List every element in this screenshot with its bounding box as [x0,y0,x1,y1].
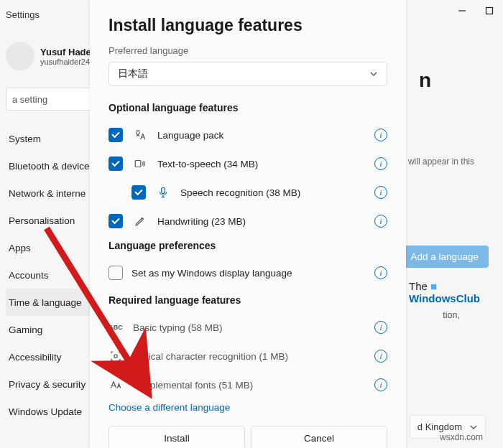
required-label: Supplemental fonts (51 MB) [133,380,364,391]
windowsclub-logo: The ■ WindowsClub [409,280,480,304]
required-label: Optical character recognition (1 MB) [133,351,364,362]
info-icon[interactable]: i [374,215,387,228]
info-icon[interactable]: i [374,129,387,141]
feature-row-speech: Speech recognition (38 MB) i [109,181,387,204]
info-icon[interactable]: i [374,186,387,199]
svg-rect-3 [162,187,165,193]
page-title-fragment: n [419,69,431,92]
info-icon[interactable]: i [374,266,387,279]
choose-different-language-link[interactable]: Choose a different language [109,402,387,413]
abc-icon: ABC [109,320,123,335]
handwriting-icon [133,214,147,228]
dialog-title: Install language features [109,16,387,35]
required-row-ocr: Optical character recognition (1 MB) i [109,345,387,368]
feature-row-handwriting: Handwriting (23 MB) i [109,210,387,233]
optional-features-heading: Optional language features [109,102,387,113]
ocr-icon [109,349,123,363]
tts-icon [133,157,147,171]
fonts-icon [109,378,123,392]
feature-label: Speech recognition (38 MB) [180,187,364,198]
feature-label: Handwriting (23 MB) [157,216,364,227]
required-features-heading: Required language features [109,294,387,306]
feature-label: Text-to-speech (34 MB) [157,159,364,169]
pref-row-display-language: Set as my Windows display language i [109,261,387,284]
info-icon[interactable]: i [374,321,387,334]
feature-row-language-pack: Language pack i [109,123,387,146]
svg-rect-1 [486,8,493,14]
checkbox-tts[interactable] [109,157,123,171]
preferred-language-select[interactable]: 日本語 [109,62,387,86]
info-icon[interactable]: i [374,157,387,170]
svg-rect-2 [135,161,141,167]
info-icon[interactable]: i [374,378,387,391]
language-preferences-heading: Language preferences [109,240,387,251]
microphone-icon [156,185,170,200]
checkbox-speech[interactable] [131,185,146,200]
feature-label: Language pack [157,130,364,141]
maximize-icon[interactable] [484,6,494,16]
minimize-icon[interactable] [457,6,467,16]
pref-label: Set as my Windows display language [131,268,364,279]
cancel-button[interactable]: Cancel [251,426,387,448]
required-row-fonts: Supplemental fonts (51 MB) i [109,373,387,396]
checkbox-handwriting[interactable] [109,214,123,228]
checkbox-language-pack[interactable] [109,128,123,142]
install-language-dialog: Install language features Preferred lang… [90,0,406,448]
avatar [6,42,34,70]
checkbox-display-language[interactable] [109,266,123,280]
chevron-down-icon [469,423,478,431]
language-pack-icon [133,128,147,142]
svg-point-4 [114,355,118,358]
info-icon[interactable]: i [374,350,387,363]
required-row-basic-typing: ABC Basic typing (58 MB) i [109,316,387,339]
install-button[interactable]: Install [109,426,245,448]
required-label: Basic typing (58 MB) [133,322,364,333]
chevron-down-icon [369,70,378,78]
window-controls [457,6,494,16]
add-language-button[interactable]: Add a language [400,246,489,268]
preferred-language-label: Preferred language [109,45,387,56]
feature-row-tts: Text-to-speech (34 MB) i [109,152,387,175]
text-fragment: tion, [443,310,460,320]
window-title: Settings [6,9,40,20]
footer-url: wsxdn.com [440,432,483,442]
